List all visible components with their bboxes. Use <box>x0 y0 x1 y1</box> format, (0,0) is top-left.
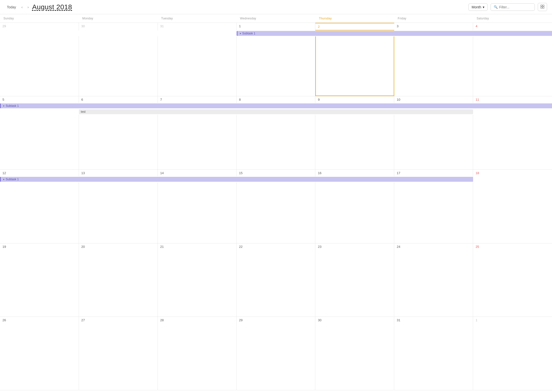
cell-body-w1-tue[interactable] <box>158 36 237 96</box>
cell-body-w1-sun[interactable] <box>0 36 79 96</box>
day-num: 29 <box>2 24 76 28</box>
subtask1-week3[interactable]: ✦ Subtask 1 <box>0 177 473 182</box>
cell-body-w3-5[interactable] <box>394 182 473 243</box>
cell-body-w3-1[interactable] <box>79 182 158 243</box>
view-toggle-button[interactable] <box>538 3 547 11</box>
week-5-dates: 26 27 28 29 30 31 1 <box>0 317 552 323</box>
date-cell-23: 23 <box>315 243 394 250</box>
cell-body-w2-6[interactable] <box>473 115 552 169</box>
week-1-dates: 29 30 31 1 2 3 4 <box>0 23 552 30</box>
cell-body-w5-3[interactable] <box>237 323 316 390</box>
cell-body-w2-4[interactable] <box>315 115 394 169</box>
prev-button[interactable]: ‹ <box>20 4 24 10</box>
cell-body-w4-2[interactable] <box>158 250 237 317</box>
date-cell-16: 16 <box>315 170 394 176</box>
date-cell-12: 12 <box>0 170 79 176</box>
svg-rect-2 <box>541 7 542 8</box>
empty-col <box>0 109 79 114</box>
day-num: 21 <box>160 245 234 249</box>
cell-body-w4-4[interactable] <box>315 250 394 317</box>
day-num: 2 <box>318 25 392 28</box>
calendar: Sunday Monday Tuesday Wednesday Thursday… <box>0 14 552 390</box>
day-header-thursday: Thursday <box>315 14 394 23</box>
cell-body-w2-2[interactable] <box>158 115 237 169</box>
day-num: 26 <box>2 318 76 322</box>
week-1-events: ✦ Subtask 1 <box>0 30 552 36</box>
cell-body-w1-thu-today[interactable] <box>315 36 394 96</box>
date-cell-17: 17 <box>394 170 473 176</box>
date-cell-7: 7 <box>158 96 237 103</box>
cell-body-w2-1[interactable] <box>79 115 158 169</box>
cell-body-w4-6[interactable] <box>473 250 552 317</box>
filter-input[interactable] <box>499 5 532 9</box>
week-5-body <box>0 323 552 390</box>
cell-body-w2-5[interactable] <box>394 115 473 169</box>
cell-body-w5-0[interactable] <box>0 323 79 390</box>
day-num: 31 <box>397 318 470 322</box>
cell-body-w5-5[interactable] <box>394 323 473 390</box>
view-selector[interactable]: Month ▾ <box>468 3 488 11</box>
day-num: 24 <box>397 245 470 249</box>
day-num: 20 <box>81 245 155 249</box>
week-4-body <box>0 250 552 317</box>
cell-body-w5-6[interactable] <box>473 323 552 390</box>
week-row-1: 29 30 31 1 2 3 4 ✦ Subtask 1 <box>0 23 552 96</box>
date-cell-2-aug-today: 2 <box>315 23 394 30</box>
cell-body-w4-1[interactable] <box>79 250 158 317</box>
search-icon: 🔍 <box>494 5 498 9</box>
cell-body-w5-4[interactable] <box>315 323 394 390</box>
date-cell-3-aug: 3 <box>394 23 473 30</box>
date-cell-10: 10 <box>394 96 473 103</box>
week-2-event-row-1: ✦ Subtask 1 <box>0 103 552 109</box>
date-cell-24: 24 <box>394 243 473 250</box>
event-label: Subtask 1 <box>6 178 19 181</box>
subtask1-week1[interactable]: ✦ Subtask 1 <box>237 31 552 36</box>
day-header-wednesday: Wednesday <box>237 14 316 23</box>
day-num: 30 <box>81 24 155 28</box>
day-num: 16 <box>318 171 392 175</box>
header-right: Month ▾ 🔍 <box>468 3 547 11</box>
next-button[interactable]: › <box>26 4 30 10</box>
test-event-week2[interactable]: test <box>79 109 473 114</box>
date-cell-29-jul: 29 <box>0 23 79 30</box>
day-num: 4 <box>476 24 550 28</box>
day-header-tuesday: Tuesday <box>158 14 237 23</box>
date-cell-19: 19 <box>0 243 79 250</box>
week-3-dates: 12 13 14 15 16 17 18 <box>0 170 552 176</box>
cell-body-w5-2[interactable] <box>158 323 237 390</box>
date-cell-25: 25 <box>473 243 552 250</box>
cell-body-w3-2[interactable] <box>158 182 237 243</box>
day-num: 3 <box>397 24 470 28</box>
week-2-body <box>0 115 552 169</box>
cell-body-w4-3[interactable] <box>237 250 316 317</box>
cell-body-w4-5[interactable] <box>394 250 473 317</box>
cell-body-w1-mon[interactable] <box>79 36 158 96</box>
cell-body-w5-1[interactable] <box>79 323 158 390</box>
date-cell-4-aug: 4 <box>473 23 552 30</box>
week-3-event-row: ✦ Subtask 1 <box>0 176 552 182</box>
day-num: 10 <box>397 98 470 101</box>
cell-body-w4-0[interactable] <box>0 250 79 317</box>
cell-body-w2-0[interactable] <box>0 115 79 169</box>
day-num: 31 <box>160 24 234 28</box>
date-cell-6: 6 <box>79 96 158 103</box>
cell-body-w1-wed[interactable] <box>237 36 316 96</box>
date-cell-20: 20 <box>79 243 158 250</box>
today-button[interactable]: Today <box>5 4 18 10</box>
day-num: 1 <box>239 24 313 28</box>
cell-body-w3-3[interactable] <box>237 182 316 243</box>
day-num: 19 <box>2 245 76 249</box>
date-cell-1-sep: 1 <box>473 317 552 323</box>
subtask1-week2[interactable]: ✦ Subtask 1 <box>0 103 552 108</box>
date-cell-30-jul: 30 <box>79 23 158 30</box>
cell-body-w3-0[interactable] <box>0 182 79 243</box>
day-num: 23 <box>318 245 392 249</box>
cell-body-w1-sat[interactable] <box>473 36 552 96</box>
date-cell-29-aug: 29 <box>237 317 316 323</box>
weeks-container: 29 30 31 1 2 3 4 ✦ Subtask 1 <box>0 23 552 390</box>
cell-body-w3-6[interactable] <box>473 182 552 243</box>
cell-body-w1-fri[interactable] <box>394 36 473 96</box>
date-cell-27: 27 <box>79 317 158 323</box>
cell-body-w3-4[interactable] <box>315 182 394 243</box>
cell-body-w2-3[interactable] <box>237 115 316 169</box>
